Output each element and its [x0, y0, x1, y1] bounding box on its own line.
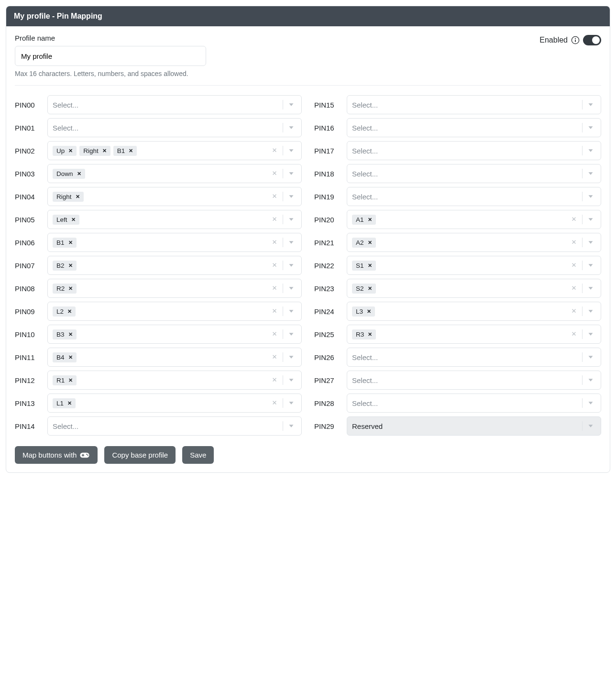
chevron-down-icon[interactable]	[583, 146, 599, 155]
pin-select[interactable]: B2✕	[47, 256, 302, 275]
tag-remove-icon[interactable]: ✕	[76, 170, 82, 177]
pin-select[interactable]: Select...	[347, 348, 601, 367]
pin-select[interactable]: Select...	[47, 95, 302, 114]
pin-select[interactable]: B3✕	[47, 325, 302, 344]
chevron-down-icon[interactable]	[283, 330, 299, 339]
pin-select[interactable]: S1✕	[347, 256, 601, 275]
chevron-down-icon[interactable]	[283, 261, 299, 270]
chevron-down-icon[interactable]	[283, 307, 299, 316]
tag-remove-icon[interactable]: ✕	[367, 285, 373, 292]
clear-icon[interactable]	[266, 146, 283, 155]
pin-select[interactable]: Select...	[47, 416, 302, 436]
pin-select[interactable]: L3✕	[347, 302, 601, 321]
chevron-down-icon[interactable]	[583, 169, 599, 178]
tag-remove-icon[interactable]: ✕	[67, 147, 74, 154]
clear-icon[interactable]	[266, 215, 283, 224]
tag-remove-icon[interactable]: ✕	[128, 147, 134, 154]
chevron-down-icon[interactable]	[283, 169, 299, 178]
chevron-down-icon[interactable]	[583, 330, 599, 339]
pin-select[interactable]: Select...	[347, 371, 601, 390]
chevron-down-icon[interactable]	[583, 192, 599, 201]
tag-remove-icon[interactable]: ✕	[367, 262, 373, 269]
info-icon[interactable]	[571, 35, 580, 45]
pin-select[interactable]: R2✕	[47, 279, 302, 298]
pin-select[interactable]: R3✕	[347, 325, 601, 344]
pin-select[interactable]: A1✕	[347, 210, 601, 229]
pin-select[interactable]: R1✕	[47, 371, 302, 390]
pin-select[interactable]: Select...	[347, 141, 601, 160]
chevron-down-icon[interactable]	[583, 307, 599, 316]
chevron-down-icon[interactable]	[583, 399, 599, 407]
clear-icon[interactable]	[266, 307, 283, 316]
pin-select[interactable]: Select...	[347, 164, 601, 183]
clear-icon[interactable]	[566, 238, 582, 247]
chevron-down-icon[interactable]	[283, 399, 299, 407]
chevron-down-icon[interactable]	[583, 238, 599, 247]
tag-remove-icon[interactable]: ✕	[67, 377, 74, 384]
copy-base-profile-button[interactable]: Copy base profile	[104, 446, 176, 464]
chevron-down-icon[interactable]	[583, 215, 599, 224]
clear-icon[interactable]	[266, 284, 283, 293]
tag-remove-icon[interactable]: ✕	[66, 308, 73, 315]
chevron-down-icon[interactable]	[283, 376, 299, 384]
chevron-down-icon[interactable]	[283, 284, 299, 293]
tag-remove-icon[interactable]: ✕	[67, 285, 74, 292]
chevron-down-icon[interactable]	[283, 215, 299, 224]
clear-icon[interactable]	[566, 284, 582, 293]
pin-select[interactable]: Select...	[347, 95, 601, 114]
clear-icon[interactable]	[566, 330, 582, 339]
pin-select[interactable]: A2✕	[347, 233, 601, 252]
chevron-down-icon[interactable]	[283, 100, 299, 109]
pin-select[interactable]: Up✕Right✕B1✕	[47, 141, 302, 160]
pin-select[interactable]: Select...	[347, 187, 601, 206]
clear-icon[interactable]	[266, 238, 283, 247]
tag-remove-icon[interactable]: ✕	[101, 147, 108, 154]
pin-select[interactable]: Down✕	[47, 164, 302, 183]
tag-remove-icon[interactable]: ✕	[367, 331, 373, 338]
pin-select[interactable]: L1✕	[47, 394, 302, 413]
chevron-down-icon[interactable]	[583, 376, 599, 384]
save-button[interactable]: Save	[182, 446, 214, 464]
chevron-down-icon[interactable]	[283, 123, 299, 132]
tag-remove-icon[interactable]: ✕	[75, 193, 81, 200]
pin-select[interactable]: L2✕	[47, 302, 302, 321]
tag-remove-icon[interactable]: ✕	[67, 354, 74, 361]
tag-remove-icon[interactable]: ✕	[67, 239, 74, 246]
clear-icon[interactable]	[266, 399, 283, 407]
clear-icon[interactable]	[266, 330, 283, 339]
chevron-down-icon[interactable]	[583, 123, 599, 132]
clear-icon[interactable]	[566, 307, 582, 316]
pin-select[interactable]: Right✕	[47, 187, 302, 206]
chevron-down-icon[interactable]	[283, 146, 299, 155]
pin-select[interactable]: Select...	[347, 394, 601, 413]
pin-select[interactable]: Select...	[47, 118, 302, 137]
clear-icon[interactable]	[566, 215, 582, 224]
clear-icon[interactable]	[266, 353, 283, 361]
clear-icon[interactable]	[266, 376, 283, 384]
pin-select[interactable]: Left✕	[47, 210, 302, 229]
clear-icon[interactable]	[266, 192, 283, 201]
chevron-down-icon[interactable]	[283, 192, 299, 201]
tag-remove-icon[interactable]: ✕	[70, 216, 77, 223]
tag-remove-icon[interactable]: ✕	[67, 331, 74, 338]
chevron-down-icon[interactable]	[283, 238, 299, 247]
clear-icon[interactable]	[566, 261, 582, 270]
pin-select[interactable]: B1✕	[47, 233, 302, 252]
chevron-down-icon[interactable]	[583, 100, 599, 109]
map-buttons-button[interactable]: Map buttons with	[15, 446, 98, 464]
chevron-down-icon[interactable]	[283, 422, 299, 430]
pin-select[interactable]: Select...	[347, 118, 601, 137]
chevron-down-icon[interactable]	[583, 353, 599, 361]
clear-icon[interactable]	[266, 169, 283, 178]
tag-remove-icon[interactable]: ✕	[367, 216, 373, 223]
profile-name-input[interactable]	[15, 46, 206, 66]
pin-select[interactable]: S2✕	[347, 279, 601, 298]
pin-select[interactable]: B4✕	[47, 348, 302, 367]
chevron-down-icon[interactable]	[283, 353, 299, 361]
chevron-down-icon[interactable]	[583, 284, 599, 293]
tag-remove-icon[interactable]: ✕	[66, 400, 73, 407]
enabled-toggle[interactable]	[583, 35, 601, 45]
tag-remove-icon[interactable]: ✕	[67, 262, 74, 269]
chevron-down-icon[interactable]	[583, 261, 599, 270]
tag-remove-icon[interactable]: ✕	[366, 308, 372, 315]
